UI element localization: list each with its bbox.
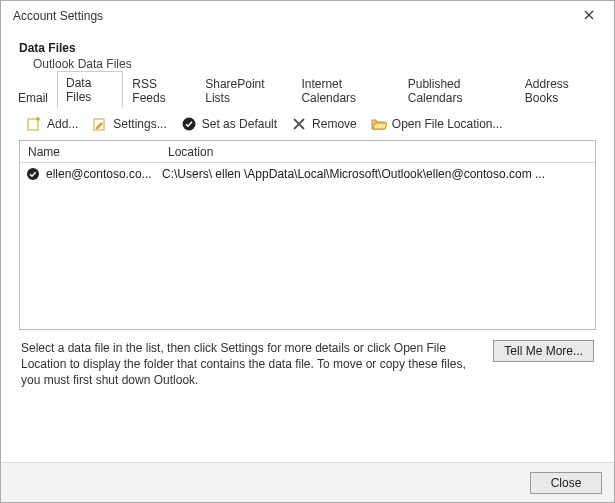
toolbar: Add... Settings... Set as Default Remove — [9, 108, 606, 140]
column-location[interactable]: Location — [160, 145, 595, 159]
close-button[interactable]: Close — [530, 472, 602, 494]
bottom-bar: Close — [1, 462, 614, 502]
add-icon — [26, 116, 42, 132]
page-subtitle: Outlook Data Files — [19, 55, 598, 71]
open-file-location-label: Open File Location... — [392, 117, 503, 131]
footer-message: Select a data file in the list, then cli… — [21, 340, 483, 389]
page-title: Data Files — [19, 41, 598, 55]
add-label: Add... — [47, 117, 78, 131]
tab-address-books[interactable]: Address Books — [516, 72, 606, 108]
tab-internet-calendars[interactable]: Internet Calendars — [292, 72, 398, 108]
data-file-list: Name Location ellen@contoso.co... C:\Use… — [19, 140, 596, 330]
window-title: Account Settings — [9, 9, 572, 23]
settings-icon — [92, 116, 108, 132]
titlebar: Account Settings — [1, 1, 614, 31]
svg-rect-0 — [28, 119, 38, 130]
table-row[interactable]: ellen@contoso.co... C:\Users\ ellen \App… — [20, 163, 595, 185]
tabs-container: Email Data Files RSS Feeds SharePoint Li… — [1, 85, 614, 399]
set-default-button[interactable]: Set as Default — [176, 114, 282, 134]
row-location: C:\Users\ ellen \AppData\Local\Microsoft… — [158, 167, 595, 181]
settings-label: Settings... — [113, 117, 166, 131]
account-settings-window: Account Settings Data Files Outlook Data… — [0, 0, 615, 503]
tab-email[interactable]: Email — [9, 86, 57, 108]
folder-open-icon — [371, 116, 387, 132]
tabstrip: Email Data Files RSS Feeds SharePoint Li… — [9, 85, 606, 108]
tab-sharepoint-lists[interactable]: SharePoint Lists — [196, 72, 292, 108]
close-window-button[interactable] — [572, 3, 606, 29]
remove-label: Remove — [312, 117, 357, 131]
tab-published-calendars[interactable]: Published Calendars — [399, 72, 516, 108]
close-icon — [584, 9, 594, 23]
default-badge-icon — [26, 167, 40, 181]
remove-icon — [291, 116, 307, 132]
tell-me-more-button[interactable]: Tell Me More... — [493, 340, 594, 362]
tab-data-files[interactable]: Data Files — [57, 71, 123, 108]
footer-area: Select a data file in the list, then cli… — [9, 330, 606, 399]
list-header: Name Location — [20, 141, 595, 163]
remove-button[interactable]: Remove — [286, 114, 362, 134]
row-name: ellen@contoso.co... — [40, 167, 158, 181]
set-default-label: Set as Default — [202, 117, 277, 131]
check-circle-icon — [181, 116, 197, 132]
open-file-location-button[interactable]: Open File Location... — [366, 114, 508, 134]
settings-button[interactable]: Settings... — [87, 114, 171, 134]
add-button[interactable]: Add... — [21, 114, 83, 134]
column-name[interactable]: Name — [20, 145, 160, 159]
tab-rss-feeds[interactable]: RSS Feeds — [123, 72, 196, 108]
